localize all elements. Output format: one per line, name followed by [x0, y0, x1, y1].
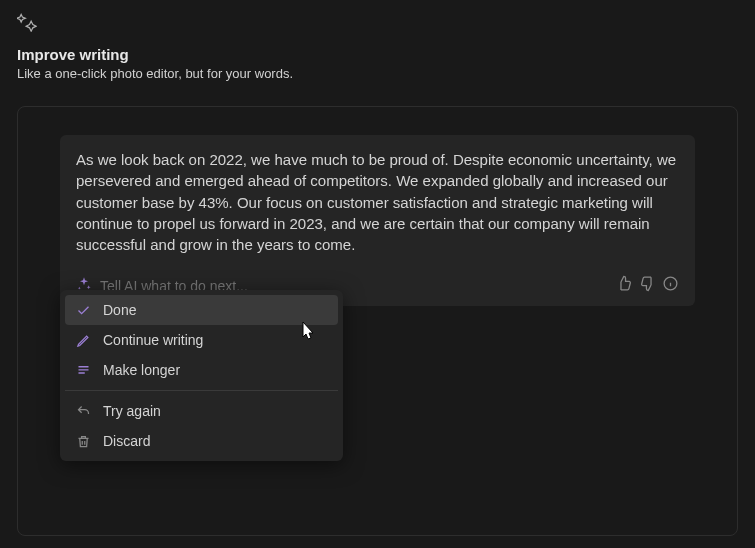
trash-icon — [75, 433, 91, 449]
menu-item-done[interactable]: Done — [65, 295, 338, 325]
content-panel: As we look back on 2022, we have much to… — [17, 106, 738, 536]
check-icon — [75, 302, 91, 318]
menu-item-continue[interactable]: Continue writing — [65, 325, 338, 355]
menu-item-label: Make longer — [103, 362, 180, 378]
menu-item-label: Try again — [103, 403, 161, 419]
page-subtitle: Like a one-click photo editor, but for y… — [17, 66, 738, 81]
header: Improve writing Like a one-click photo e… — [0, 0, 755, 89]
thumbs-down-icon[interactable] — [639, 275, 656, 296]
menu-item-label: Done — [103, 302, 136, 318]
action-menu: Done Continue writing Make longer — [60, 290, 343, 461]
response-text: As we look back on 2022, we have much to… — [76, 149, 679, 255]
lines-icon — [75, 362, 91, 378]
info-icon[interactable] — [662, 275, 679, 296]
menu-item-label: Discard — [103, 433, 150, 449]
ai-response-block: As we look back on 2022, we have much to… — [60, 135, 695, 306]
thumbs-up-icon[interactable] — [616, 275, 633, 296]
pencil-icon — [75, 332, 91, 348]
menu-item-label: Continue writing — [103, 332, 203, 348]
menu-item-longer[interactable]: Make longer — [65, 355, 338, 385]
menu-divider — [65, 390, 338, 391]
menu-item-tryagain[interactable]: Try again — [65, 396, 338, 426]
sparkle-icon — [17, 12, 738, 36]
menu-item-discard[interactable]: Discard — [65, 426, 338, 456]
undo-icon — [75, 403, 91, 419]
page-title: Improve writing — [17, 46, 738, 63]
feedback-controls — [616, 275, 679, 296]
